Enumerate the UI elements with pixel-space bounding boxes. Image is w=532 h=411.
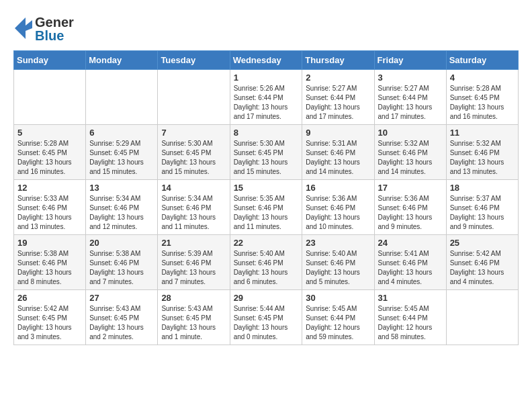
calendar-cell: 25Sunrise: 5:42 AM Sunset: 6:46 PM Dayli… [446, 235, 518, 290]
calendar-cell: 17Sunrise: 5:36 AM Sunset: 6:46 PM Dayli… [374, 180, 446, 235]
column-header-monday: Monday [86, 51, 158, 70]
calendar-cell: 22Sunrise: 5:40 AM Sunset: 6:46 PM Dayli… [230, 235, 302, 290]
day-number: 12 [17, 183, 82, 193]
day-info: Sunrise: 5:31 AM Sunset: 6:46 PM Dayligh… [306, 139, 370, 177]
day-number: 5 [17, 128, 82, 138]
calendar-cell: 13Sunrise: 5:34 AM Sunset: 6:46 PM Dayli… [86, 180, 158, 235]
calendar-cell: 8Sunrise: 5:30 AM Sunset: 6:45 PM Daylig… [230, 125, 302, 180]
calendar-cell: 7Sunrise: 5:30 AM Sunset: 6:45 PM Daylig… [158, 125, 230, 180]
day-number: 9 [306, 128, 370, 138]
column-header-saturday: Saturday [446, 51, 518, 70]
column-header-tuesday: Tuesday [158, 51, 230, 70]
calendar-week-2: 5Sunrise: 5:28 AM Sunset: 6:45 PM Daylig… [14, 125, 519, 180]
calendar-week-1: 1Sunrise: 5:26 AM Sunset: 6:44 PM Daylig… [14, 70, 519, 125]
calendar-cell: 2Sunrise: 5:27 AM Sunset: 6:44 PM Daylig… [302, 70, 374, 125]
column-header-thursday: Thursday [302, 51, 374, 70]
calendar-cell: 23Sunrise: 5:40 AM Sunset: 6:46 PM Dayli… [302, 235, 374, 290]
day-number: 26 [17, 293, 82, 303]
calendar-week-4: 19Sunrise: 5:38 AM Sunset: 6:46 PM Dayli… [14, 235, 519, 290]
calendar-cell: 27Sunrise: 5:43 AM Sunset: 6:45 PM Dayli… [86, 290, 158, 345]
day-number: 8 [234, 128, 299, 138]
calendar-cell: 24Sunrise: 5:41 AM Sunset: 6:46 PM Dayli… [374, 235, 446, 290]
day-info: Sunrise: 5:42 AM Sunset: 6:45 PM Dayligh… [17, 304, 82, 342]
calendar-cell: 15Sunrise: 5:35 AM Sunset: 6:46 PM Dayli… [230, 180, 302, 235]
day-info: Sunrise: 5:40 AM Sunset: 6:46 PM Dayligh… [306, 249, 370, 287]
day-info: Sunrise: 5:27 AM Sunset: 6:44 PM Dayligh… [378, 84, 443, 122]
day-number: 29 [234, 293, 299, 303]
day-info: Sunrise: 5:43 AM Sunset: 6:45 PM Dayligh… [89, 304, 154, 342]
day-number: 2 [306, 73, 370, 83]
day-number: 14 [161, 183, 226, 193]
day-info: Sunrise: 5:32 AM Sunset: 6:46 PM Dayligh… [450, 139, 515, 177]
calendar-cell [446, 290, 518, 345]
calendar-table: SundayMondayTuesdayWednesdayThursdayFrid… [13, 50, 519, 345]
day-info: Sunrise: 5:38 AM Sunset: 6:46 PM Dayligh… [17, 249, 82, 287]
calendar-cell: 3Sunrise: 5:27 AM Sunset: 6:44 PM Daylig… [374, 70, 446, 125]
calendar-week-5: 26Sunrise: 5:42 AM Sunset: 6:45 PM Dayli… [14, 290, 519, 345]
day-number: 15 [234, 183, 299, 193]
calendar-cell: 21Sunrise: 5:39 AM Sunset: 6:46 PM Dayli… [158, 235, 230, 290]
day-number: 7 [161, 128, 226, 138]
calendar-cell: 5Sunrise: 5:28 AM Sunset: 6:45 PM Daylig… [14, 125, 86, 180]
day-number: 19 [17, 238, 82, 248]
column-header-friday: Friday [374, 51, 446, 70]
day-number: 28 [161, 293, 226, 303]
column-header-sunday: Sunday [14, 51, 86, 70]
calendar-header-row: SundayMondayTuesdayWednesdayThursdayFrid… [14, 51, 519, 70]
day-info: Sunrise: 5:26 AM Sunset: 6:44 PM Dayligh… [234, 84, 299, 122]
calendar-cell: 11Sunrise: 5:32 AM Sunset: 6:46 PM Dayli… [446, 125, 518, 180]
day-info: Sunrise: 5:32 AM Sunset: 6:46 PM Dayligh… [378, 139, 443, 177]
calendar-cell [86, 70, 158, 125]
calendar-cell: 31Sunrise: 5:45 AM Sunset: 6:44 PM Dayli… [374, 290, 446, 345]
day-number: 22 [234, 238, 299, 248]
day-number: 11 [450, 128, 515, 138]
day-number: 3 [378, 73, 443, 83]
calendar-week-3: 12Sunrise: 5:33 AM Sunset: 6:46 PM Dayli… [14, 180, 519, 235]
calendar-cell: 18Sunrise: 5:37 AM Sunset: 6:46 PM Dayli… [446, 180, 518, 235]
day-number: 27 [89, 293, 154, 303]
calendar-cell: 14Sunrise: 5:34 AM Sunset: 6:46 PM Dayli… [158, 180, 230, 235]
day-number: 16 [306, 183, 370, 193]
day-info: Sunrise: 5:40 AM Sunset: 6:46 PM Dayligh… [234, 249, 299, 287]
calendar-cell: 16Sunrise: 5:36 AM Sunset: 6:46 PM Dayli… [302, 180, 374, 235]
day-info: Sunrise: 5:34 AM Sunset: 6:46 PM Dayligh… [161, 194, 226, 232]
day-number: 13 [89, 183, 154, 193]
day-info: Sunrise: 5:35 AM Sunset: 6:46 PM Dayligh… [234, 194, 299, 232]
calendar-cell: 28Sunrise: 5:43 AM Sunset: 6:45 PM Dayli… [158, 290, 230, 345]
day-info: Sunrise: 5:41 AM Sunset: 6:46 PM Dayligh… [378, 249, 443, 287]
day-number: 20 [89, 238, 154, 248]
page-header: GeneralBlue [13, 13, 519, 44]
day-info: Sunrise: 5:29 AM Sunset: 6:45 PM Dayligh… [89, 139, 154, 177]
day-info: Sunrise: 5:37 AM Sunset: 6:46 PM Dayligh… [450, 194, 515, 232]
column-header-wednesday: Wednesday [230, 51, 302, 70]
day-number: 18 [450, 183, 515, 193]
day-info: Sunrise: 5:43 AM Sunset: 6:45 PM Dayligh… [161, 304, 226, 342]
day-number: 1 [234, 73, 299, 83]
day-number: 23 [306, 238, 370, 248]
day-info: Sunrise: 5:27 AM Sunset: 6:44 PM Dayligh… [306, 84, 370, 122]
day-info: Sunrise: 5:33 AM Sunset: 6:46 PM Dayligh… [17, 194, 82, 232]
svg-marker-0 [15, 17, 32, 39]
day-number: 25 [450, 238, 515, 248]
day-info: Sunrise: 5:42 AM Sunset: 6:46 PM Dayligh… [450, 249, 515, 287]
day-info: Sunrise: 5:28 AM Sunset: 6:45 PM Dayligh… [17, 139, 82, 177]
day-info: Sunrise: 5:30 AM Sunset: 6:45 PM Dayligh… [234, 139, 299, 177]
day-info: Sunrise: 5:34 AM Sunset: 6:46 PM Dayligh… [89, 194, 154, 232]
day-info: Sunrise: 5:38 AM Sunset: 6:46 PM Dayligh… [89, 249, 154, 287]
day-info: Sunrise: 5:39 AM Sunset: 6:46 PM Dayligh… [161, 249, 226, 287]
day-number: 24 [378, 238, 443, 248]
day-number: 21 [161, 238, 226, 248]
day-info: Sunrise: 5:36 AM Sunset: 6:46 PM Dayligh… [378, 194, 443, 232]
calendar-cell: 9Sunrise: 5:31 AM Sunset: 6:46 PM Daylig… [302, 125, 374, 180]
svg-text:General: General [35, 15, 74, 30]
day-number: 10 [378, 128, 443, 138]
day-info: Sunrise: 5:45 AM Sunset: 6:44 PM Dayligh… [306, 304, 370, 342]
calendar-cell: 29Sunrise: 5:44 AM Sunset: 6:45 PM Dayli… [230, 290, 302, 345]
calendar-cell: 12Sunrise: 5:33 AM Sunset: 6:46 PM Dayli… [14, 180, 86, 235]
calendar-cell: 10Sunrise: 5:32 AM Sunset: 6:46 PM Dayli… [374, 125, 446, 180]
calendar-cell: 30Sunrise: 5:45 AM Sunset: 6:44 PM Dayli… [302, 290, 374, 345]
logo: GeneralBlue [13, 13, 74, 44]
calendar-cell [158, 70, 230, 125]
day-info: Sunrise: 5:28 AM Sunset: 6:45 PM Dayligh… [450, 84, 515, 122]
day-number: 17 [378, 183, 443, 193]
